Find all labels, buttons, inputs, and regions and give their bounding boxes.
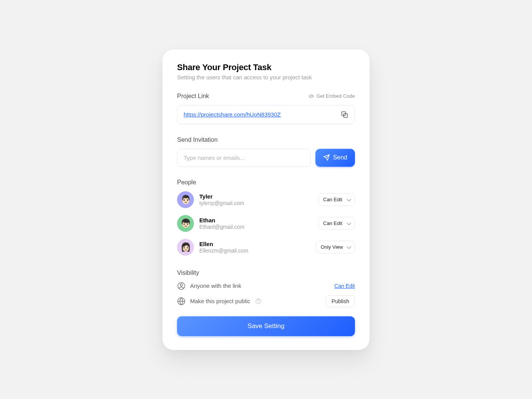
copy-icon [341,111,348,118]
permission-select[interactable]: Can Edit [318,217,355,230]
visibility-link-text: Anyone with the link [190,282,241,289]
visibility-header: Visibility [177,269,355,276]
help-icon[interactable]: ? [256,299,261,304]
project-link-box: https://projectshare.com/hUoN83930Z [177,105,355,124]
user-icon [177,282,186,290]
publish-button[interactable]: Publish [326,296,355,307]
person-name: Ethan [199,217,313,223]
person-email: tylerrp@gmail.com [199,200,313,206]
permission-select[interactable]: Only View [316,241,355,253]
save-setting-button[interactable]: Save Setting [177,316,355,336]
person-info: Ethan Ethanl@gmail.com [199,217,313,230]
visibility-public-row: Make this project public ? Publish [177,296,355,307]
visibility-public-text: Make this project public [190,298,250,304]
code-icon [308,94,314,99]
person-row: 👦🏻 Ethan Ethanl@gmail.com Can Edit [177,215,355,232]
people-header: People [177,179,355,186]
person-row: 👨🏻 Tyler tylerrp@gmail.com Can Edit [177,191,355,208]
send-icon [323,154,330,161]
svg-line-0 [310,94,311,98]
send-button[interactable]: Send [315,149,355,167]
dialog-title: Share Your Project Task [177,62,355,72]
person-name: Tyler [199,193,313,200]
project-link-header: Project Link Get Embed Code [177,93,355,100]
share-dialog: Share Your Project Task Setting the user… [163,49,369,350]
copy-link-button[interactable] [341,111,348,118]
avatar: 👨🏻 [177,191,194,208]
chevron-down-icon [347,244,351,248]
visibility-link-left: Anyone with the link [177,282,241,290]
visibility-link-row: Anyone with the link Can Edit [177,282,355,290]
avatar: 👩🏻 [177,239,194,256]
get-embed-code-link[interactable]: Get Embed Code [308,93,355,99]
visibility-public-left: Make this project public ? [177,297,261,305]
avatar: 👦🏻 [177,215,194,232]
invite-row: Send [177,149,355,167]
send-invitation-header: Send Invitation [177,136,355,143]
svg-point-4 [180,284,182,286]
person-email: Ethanl@gmail.com [199,224,313,230]
people-label: People [177,179,196,186]
send-invitation-label: Send Invitation [177,136,218,143]
people-list: 👨🏻 Tyler tylerrp@gmail.com Can Edit 👦🏻 E… [177,191,355,256]
chevron-down-icon [347,220,351,225]
person-info: Ellen Ellenzm@gmail.com [199,241,310,254]
person-name: Ellen [199,241,310,247]
invite-input[interactable] [177,149,311,167]
embed-code-label: Get Embed Code [317,93,355,99]
globe-icon [177,297,186,305]
dialog-subtitle: Setting the users that can access to you… [177,74,355,80]
send-button-label: Send [333,154,347,161]
person-email: Ellenzm@gmail.com [199,248,310,254]
permission-value: Can Edit [323,197,342,202]
person-row: 👩🏻 Ellen Ellenzm@gmail.com Only View [177,239,355,256]
visibility-label: Visibility [177,269,199,276]
permission-value: Can Edit [323,220,342,226]
person-info: Tyler tylerrp@gmail.com [199,193,313,206]
project-link-url[interactable]: https://projectshare.com/hUoN83930Z [184,111,281,118]
permission-value: Only View [321,244,343,250]
chevron-down-icon [347,197,351,201]
project-link-label: Project Link [177,93,209,100]
permission-select[interactable]: Can Edit [318,193,355,206]
visibility-link-action[interactable]: Can Edit [334,283,355,289]
